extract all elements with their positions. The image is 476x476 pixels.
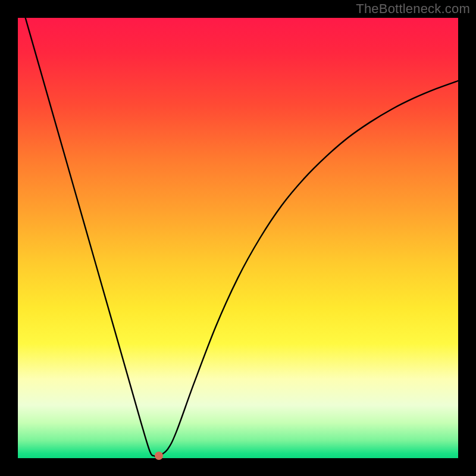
plot-area bbox=[18, 18, 458, 458]
curve-svg bbox=[18, 18, 458, 458]
bottleneck-curve bbox=[18, 18, 458, 456]
chart-frame: TheBottleneck.com bbox=[0, 0, 476, 476]
watermark-text: TheBottleneck.com bbox=[356, 1, 470, 17]
optimum-marker bbox=[155, 452, 163, 460]
